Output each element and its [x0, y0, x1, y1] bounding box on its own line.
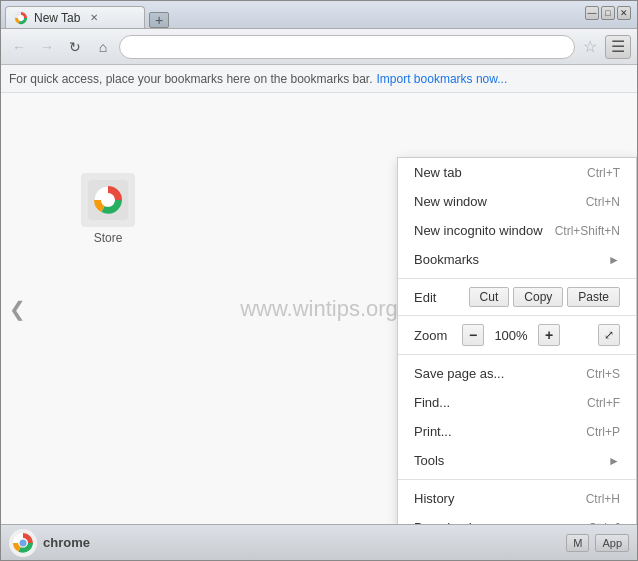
menu-label-print: Print... [414, 424, 452, 439]
menu-arrow-bookmarks: ► [608, 253, 620, 267]
menu-zoom-label: Zoom [414, 328, 454, 343]
menu-arrow-tools: ► [608, 454, 620, 468]
menu-separator-1 [398, 278, 636, 279]
menu-label-tools: Tools [414, 453, 444, 468]
window-controls: — □ ✕ [585, 6, 631, 20]
menu-shortcut-new-incognito: Ctrl+Shift+N [555, 224, 620, 238]
bottom-app-button[interactable]: App [595, 534, 629, 552]
title-bar: New Tab ✕ + — □ ✕ [1, 1, 637, 29]
menu-label-history: History [414, 491, 454, 506]
menu-shortcut-new-tab: Ctrl+T [587, 166, 620, 180]
menu-cut-button[interactable]: Cut [469, 287, 510, 307]
navigation-bar: ← → ↻ ⌂ ☆ ☰ [1, 29, 637, 65]
svg-point-2 [19, 15, 24, 20]
back-button[interactable]: ← [7, 35, 31, 59]
menu-copy-button[interactable]: Copy [513, 287, 563, 307]
forward-button[interactable]: → [35, 35, 59, 59]
store-icon-image [81, 173, 135, 227]
tab-strip: New Tab ✕ + [5, 1, 169, 28]
menu-label-new-incognito: New incognito window [414, 223, 543, 238]
bottom-bar: chrome M App [1, 524, 637, 560]
menu-label-new-window: New window [414, 194, 487, 209]
svg-point-5 [102, 194, 114, 206]
store-svg-icon [88, 180, 128, 220]
bookmark-bar-message: For quick access, place your bookmarks h… [9, 72, 373, 86]
menu-item-new-window[interactable]: New window Ctrl+N [398, 187, 636, 216]
menu-separator-3 [398, 354, 636, 355]
menu-item-tools[interactable]: Tools ► [398, 446, 636, 475]
home-button[interactable]: ⌂ [91, 35, 115, 59]
browser-window: New Tab ✕ + — □ ✕ ← → ↻ ⌂ ☆ ☰ For quick … [0, 0, 638, 561]
active-tab[interactable]: New Tab ✕ [5, 6, 145, 28]
menu-item-downloads[interactable]: Downloads Ctrl+J [398, 513, 636, 524]
menu-shortcut-new-window: Ctrl+N [586, 195, 620, 209]
chrome-logo-wrapper: chrome [9, 529, 90, 557]
chrome-brand-label: chrome [43, 535, 90, 550]
tab-title: New Tab [34, 11, 80, 25]
menu-item-print[interactable]: Print... Ctrl+P [398, 417, 636, 446]
bookmark-bar: For quick access, place your bookmarks h… [1, 65, 637, 93]
menu-shortcut-print: Ctrl+P [586, 425, 620, 439]
watermark-text: www.wintips.org [240, 296, 398, 322]
menu-separator-4 [398, 479, 636, 480]
chrome-dropdown-menu: New tab Ctrl+T New window Ctrl+N New inc… [397, 157, 637, 524]
menu-shortcut-history: Ctrl+H [586, 492, 620, 506]
minimize-button[interactable]: — [585, 6, 599, 20]
menu-item-bookmarks[interactable]: Bookmarks ► [398, 245, 636, 274]
address-input[interactable] [119, 35, 575, 59]
bottom-right-controls: M App [566, 534, 629, 552]
zoom-minus-button[interactable]: − [462, 324, 484, 346]
carousel-left-arrow[interactable]: ❮ [9, 297, 26, 321]
maximize-button[interactable]: □ [601, 6, 615, 20]
menu-item-save-page[interactable]: Save page as... Ctrl+S [398, 359, 636, 388]
menu-label-downloads: Downloads [414, 520, 478, 524]
chrome-logo-icon [9, 529, 37, 557]
menu-edit-buttons: Cut Copy Paste [469, 287, 620, 307]
menu-separator-2 [398, 315, 636, 316]
menu-item-find[interactable]: Find... Ctrl+F [398, 388, 636, 417]
menu-paste-button[interactable]: Paste [567, 287, 620, 307]
store-app-label: Store [94, 231, 123, 245]
zoom-value-display: 100% [492, 328, 530, 343]
import-bookmarks-link[interactable]: Import bookmarks now... [377, 72, 508, 86]
zoom-plus-button[interactable]: + [538, 324, 560, 346]
new-tab-button[interactable]: + [149, 12, 169, 28]
svg-point-9 [20, 539, 27, 546]
menu-edit-row: Edit Cut Copy Paste [398, 283, 636, 311]
menu-shortcut-downloads: Ctrl+J [588, 521, 620, 525]
menu-item-new-tab[interactable]: New tab Ctrl+T [398, 158, 636, 187]
menu-label-bookmarks: Bookmarks [414, 252, 479, 267]
refresh-button[interactable]: ↻ [63, 35, 87, 59]
bottom-m-button[interactable]: M [566, 534, 589, 552]
menu-item-new-incognito[interactable]: New incognito window Ctrl+Shift+N [398, 216, 636, 245]
close-button[interactable]: ✕ [617, 6, 631, 20]
store-app-icon[interactable]: Store [81, 173, 135, 245]
menu-edit-label: Edit [414, 290, 469, 305]
menu-label-save-page: Save page as... [414, 366, 504, 381]
menu-item-history[interactable]: History Ctrl+H [398, 484, 636, 513]
menu-shortcut-save: Ctrl+S [586, 367, 620, 381]
chrome-tab-icon [14, 11, 28, 25]
bookmark-star-icon[interactable]: ☆ [579, 35, 601, 58]
main-content-area: ❮ Store www.wintips.org [1, 93, 637, 524]
tab-close-btn[interactable]: ✕ [90, 12, 98, 23]
menu-label-find: Find... [414, 395, 450, 410]
zoom-fullscreen-button[interactable]: ⤢ [598, 324, 620, 346]
menu-shortcut-find: Ctrl+F [587, 396, 620, 410]
menu-zoom-row: Zoom − 100% + ⤢ [398, 320, 636, 350]
menu-label-new-tab: New tab [414, 165, 462, 180]
chrome-menu-button[interactable]: ☰ [605, 35, 631, 59]
